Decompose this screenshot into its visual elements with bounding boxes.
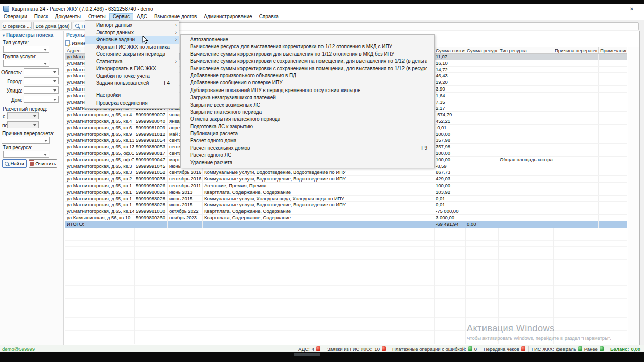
submenu-item[interactable]: Удаление расчета	[181, 159, 434, 166]
submenu-item[interactable]: Отмена закрытия платежного периода	[181, 116, 434, 123]
status-payment-errors[interactable]: Платежные операции с ошибкой: 0	[392, 346, 477, 352]
about-service-button[interactable]: О сервисе ...	[2, 22, 32, 30]
submenu-item-label: Удаление расчета	[190, 159, 232, 166]
column-header-note[interactable]: Примечание	[599, 47, 627, 53]
submenu-item[interactable]: Закрытие всех возможных ЛС	[181, 102, 434, 109]
cell-service: Квартплата, Содержание, Содержание	[203, 208, 434, 214]
submenu-item[interactable]: Расчет одного дома	[181, 137, 434, 144]
cell-period: сентябрь 2016	[168, 169, 203, 175]
submenu-item[interactable]: Вычисление суммы корректировки с сохране…	[181, 65, 434, 72]
submenu-arrow-icon	[172, 22, 177, 29]
table-row[interactable]: ул.Магнитогорская, д.65, кв.1 5999998802…	[65, 202, 627, 208]
house-select[interactable]	[24, 96, 59, 103]
column-header-recalc-reason[interactable]: Причина перерасчета	[553, 47, 599, 53]
submenu-item[interactable]: Расчет одного ЛС	[181, 152, 434, 159]
menu-bar-item[interactable]: Отчеты	[85, 13, 109, 20]
service-menu-item[interactable]: Ошибки по точке учета	[85, 73, 179, 80]
submenu-item[interactable]: Вычисление суммы корректировки с сохране…	[181, 58, 434, 65]
cell-resource-amount	[465, 157, 498, 163]
red-lamp-icon	[521, 346, 525, 351]
vertical-scrollbar[interactable]	[628, 47, 639, 345]
submenu-item[interactable]: Загрузка незагрузившихся платежей	[181, 94, 434, 101]
service-group-select[interactable]	[3, 60, 49, 67]
city-select[interactable]	[24, 77, 59, 84]
menu-bar-item[interactable]: Администрирование	[200, 13, 255, 20]
submenu-item[interactable]: Вычисление суммы корректировки для выста…	[181, 51, 434, 58]
submenu-item[interactable]: Дублирование показаний ИПУ в период врем…	[181, 87, 434, 94]
service-menu-item[interactable]: Проверка соединения	[85, 100, 179, 107]
submenu-item-label: Подготовка ЛС к закрытию	[190, 123, 253, 130]
panel-header[interactable]: ▾Параметры поиска	[3, 32, 53, 38]
table-row[interactable]: ул.Магнитогорская, д.65, кв.1 5999998002…	[65, 189, 627, 196]
menu-bar-item[interactable]: Взыскание долгов	[151, 13, 200, 20]
submenu-item[interactable]: Расчет нескольких домов F9	[181, 145, 434, 152]
cell-account: 59999981009	[134, 125, 168, 131]
menu-item-label: Игнорировать в ГИС ЖКХ	[96, 65, 156, 73]
submenu-item[interactable]: Публикация расчета	[181, 130, 434, 137]
service-menu-item[interactable]: Задачи пользователей F4	[85, 80, 179, 87]
service-menu-item[interactable]: Фоновые задачи	[85, 36, 179, 44]
status-receipts[interactable]: Передача чеков	[484, 346, 525, 352]
cell-resource-type	[498, 118, 553, 124]
menu-bar-item[interactable]: АДС	[133, 13, 151, 20]
cell-note	[599, 215, 627, 221]
table-row[interactable]: ул.Магнитогорская, д.65, кв.1 5999998002…	[65, 183, 627, 189]
status-balance: Баланс: 0,00	[610, 346, 640, 352]
restore-button[interactable]	[612, 6, 618, 12]
column-header-amount[interactable]: Сумма снятия	[434, 47, 465, 53]
service-menu-item[interactable]: Журнал ГИС ЖКХ по льготникам	[85, 44, 179, 51]
cell-recalc-reason	[553, 105, 599, 111]
cell-resource-type	[498, 60, 553, 66]
cell-resource-amount	[465, 202, 498, 208]
cell-resource-amount	[465, 196, 498, 202]
cell-period: ноябрь 2023	[168, 215, 203, 221]
menu-bar-item[interactable]: Сервис	[109, 13, 133, 20]
cell-resource-amount	[465, 183, 498, 189]
menu-bar-item[interactable]: Операции	[0, 13, 31, 20]
period-from-select[interactable]	[7, 112, 39, 119]
table-row[interactable]: ул.Камышинская, д.56, кв.10 59999800260 …	[65, 215, 627, 221]
minimize-button[interactable]	[595, 6, 601, 12]
submenu-item[interactable]: Вычисление ресурса для выставления корре…	[181, 43, 434, 50]
house-scope-dropdown[interactable]: Все дома (дом)	[33, 22, 72, 30]
region-select[interactable]	[24, 68, 59, 75]
menu-bar-item[interactable]: Документы	[52, 13, 85, 20]
recalc-reason-select[interactable]	[2, 137, 50, 144]
status-gis-requests[interactable]: Заявки из ГИС ЖКХ: 10	[327, 346, 386, 352]
submenu-item[interactable]: Добавление произвольного объявления в ПД	[181, 72, 434, 79]
clear-button[interactable]: Очистить	[29, 159, 57, 168]
submenu-item-label: Расчет нескольких домов	[190, 145, 250, 152]
menu-bar-item[interactable]: Справка	[256, 13, 282, 20]
status-gis[interactable]: ГИС ЖКХ: февраль Ранее	[532, 346, 604, 352]
period-to-select[interactable]	[7, 121, 39, 128]
status-ads[interactable]: АДС: 4	[298, 346, 320, 352]
resource-type-select[interactable]	[3, 151, 49, 158]
service-menu-item[interactable]: Настройки	[85, 89, 179, 100]
service-type-select[interactable]	[3, 46, 49, 53]
street-select[interactable]	[24, 86, 59, 94]
table-row[interactable]: ул.Магнитогорская, д.65, кв.1 5999998802…	[65, 196, 627, 202]
submenu-item[interactable]: Закрытие платежного периода	[181, 109, 434, 116]
find-button[interactable]: Найти	[2, 159, 27, 168]
cell-amount: 11,07	[434, 54, 465, 60]
table-row[interactable]: ул.Магнитогорская, д.65, кв.3 5999999105…	[65, 169, 627, 176]
column-header-resource-amount[interactable]: Сумма ресурса	[465, 47, 498, 53]
cell-resource-type	[498, 183, 553, 189]
service-menu-item[interactable]: Состояние закрытия периода	[85, 51, 179, 58]
menu-bar-item[interactable]: Поиск	[31, 13, 52, 20]
table-row[interactable]: ул.Магнитогорская, д.65, кв.14 599999810…	[65, 208, 627, 215]
submenu-item[interactable]: Подготовка ЛС к закрытию	[181, 123, 434, 130]
submenu-item-label: Вычисление суммы корректировки для выста…	[190, 51, 394, 58]
submenu-item[interactable]: Автозаполнение	[181, 36, 434, 43]
submenu-item[interactable]: Добавление сообщения о поверке ИПУ	[181, 79, 434, 86]
column-header-resource-type[interactable]: Тип ресурса	[498, 47, 553, 53]
watermark-title: Активация Windows	[467, 323, 611, 334]
service-menu-item[interactable]: Игнорировать в ГИС ЖКХ	[85, 65, 179, 73]
window-controls: ✕	[595, 6, 642, 12]
service-menu-item[interactable]: Импорт данных	[85, 22, 179, 29]
close-button[interactable]: ✕	[629, 6, 635, 12]
service-menu-item[interactable]: Экспорт данных	[85, 29, 179, 37]
service-menu-item[interactable]: Статистика	[85, 58, 179, 66]
cell-amount: 452,21	[434, 118, 465, 124]
table-row[interactable]: ул.Магнитогорская, д.65, кв.2 5999999903…	[65, 176, 627, 183]
